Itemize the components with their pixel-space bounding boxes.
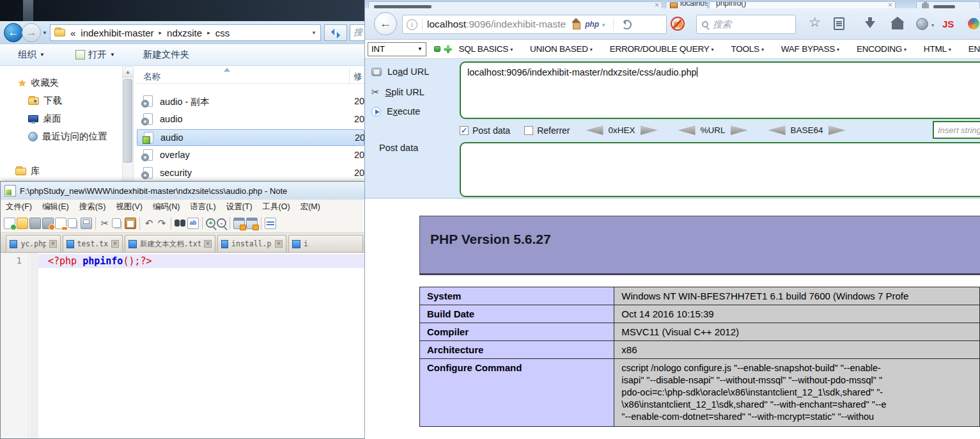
close-icon[interactable]: ×: [204, 240, 212, 248]
scrollbar-thumb[interactable]: [123, 79, 132, 163]
browser-tab-extension[interactable]: [916, 1, 980, 8]
history-dropdown-icon[interactable]: ▼: [42, 30, 47, 36]
save-all-icon[interactable]: [42, 218, 54, 229]
url-text[interactable]: localhost:9096/indexhibit-maste: [427, 19, 566, 30]
sidebar-item-libraries[interactable]: 库: [15, 165, 40, 177]
replace-string-input[interactable]: Insert string to rep: [933, 121, 980, 139]
reload-icon[interactable]: [622, 20, 632, 29]
back-button[interactable]: ←: [4, 23, 23, 42]
save-icon[interactable]: [29, 218, 41, 229]
menu-macro[interactable]: 宏(M): [295, 202, 325, 212]
editor-tab[interactable]: yc.php ×: [6, 235, 61, 252]
close-icon[interactable]: ×: [888, 1, 892, 8]
open-button[interactable]: 打开 ▼: [75, 49, 115, 61]
menu-search[interactable]: 搜索(S): [74, 202, 111, 212]
hackbar-db-select[interactable]: INT ▼: [368, 42, 426, 56]
file-row[interactable]: overlay 20: [137, 147, 364, 164]
file-row[interactable]: audio - 副本 20: [137, 93, 364, 110]
editor-tab[interactable]: i: [288, 235, 363, 252]
menu-view[interactable]: 视图(V): [111, 202, 148, 212]
close-icon[interactable]: ×: [49, 240, 57, 248]
load-url-button[interactable]: Load URL: [371, 67, 429, 77]
close-doc-icon[interactable]: [55, 218, 66, 229]
referrer-checkbox[interactable]: [524, 126, 533, 135]
organize-button[interactable]: 组织 ▼: [18, 49, 45, 61]
column-header-modified[interactable]: 修: [354, 71, 362, 83]
breadcrumb-item[interactable]: css: [215, 28, 230, 38]
new-file-icon[interactable]: [4, 218, 15, 229]
forward-button[interactable]: →: [22, 23, 41, 42]
zoom-out-icon[interactable]: -: [217, 218, 226, 228]
column-header-name[interactable]: 名称: [143, 71, 160, 83]
sidebar-item-desktop[interactable]: 桌面: [28, 113, 61, 125]
file-row[interactable]: security 20: [137, 165, 364, 182]
encode-arrow-icon[interactable]: [641, 125, 660, 135]
close-icon[interactable]: ×: [111, 240, 119, 248]
sync-vertical-icon[interactable]: [233, 218, 245, 229]
menu-edit[interactable]: 编辑(E): [37, 202, 74, 212]
collapse-icon[interactable]: [434, 46, 440, 52]
proxy-extension-icon[interactable]: [968, 18, 979, 29]
sidebar-scrollbar[interactable]: ▲: [122, 67, 134, 187]
decode-arrow-icon[interactable]: [584, 125, 603, 135]
address-dropdown-icon[interactable]: ▼: [311, 30, 316, 36]
menu-sql-basics[interactable]: SQL BASICS▾: [458, 44, 513, 54]
browser-back-button[interactable]: ←: [374, 12, 397, 35]
editor-tab[interactable]: 新建文本文档.txt ×: [125, 235, 215, 252]
menu-encoding[interactable]: ENCODING▾: [857, 44, 906, 54]
hackbar-post-textarea[interactable]: [460, 142, 980, 197]
file-row-selected[interactable]: audio 20: [137, 129, 364, 146]
menu-language[interactable]: 语言(L): [185, 202, 221, 212]
execute-button[interactable]: Execute: [371, 106, 420, 116]
plugin-blocked-icon[interactable]: [671, 17, 686, 32]
url-bar[interactable]: i localhost:9096/indexhibit-maste php ▼: [402, 15, 667, 34]
encode-arrow-icon[interactable]: [731, 125, 750, 135]
add-icon[interactable]: [444, 45, 449, 53]
breadcrumb-item[interactable]: indexhibit-master: [81, 28, 153, 38]
menu-union-based[interactable]: UNION BASED▾: [530, 44, 593, 54]
globe-menu-icon[interactable]: [916, 18, 928, 30]
file-row[interactable]: audio 20: [137, 111, 364, 128]
browser-search-box[interactable]: 搜索: [696, 15, 796, 34]
browser-tab[interactable]: ×: [368, 1, 662, 8]
menu-error-double-query[interactable]: ERROR/DOUBLE QUERY▾: [610, 44, 714, 54]
close-all-icon[interactable]: [68, 218, 77, 228]
bookmarks-menu-icon[interactable]: [834, 17, 844, 30]
chevron-down-icon[interactable]: ▾: [931, 22, 934, 28]
editor-tab[interactable]: install.php ×: [217, 235, 286, 252]
print-icon[interactable]: [81, 218, 92, 229]
close-icon[interactable]: ×: [655, 1, 659, 8]
home-icon[interactable]: [892, 22, 903, 29]
browser-tab-phpmyadmin[interactable]: localhost:9096 / localh: [665, 1, 708, 8]
breadcrumb-item[interactable]: ndxzsite: [167, 28, 202, 38]
find-icon[interactable]: [175, 218, 186, 229]
post-data-checkbox[interactable]: ✓: [460, 126, 469, 135]
new-folder-button[interactable]: 新建文件夹: [143, 49, 190, 61]
browser-tab-phpinfo[interactable]: phpinfo() ×: [709, 1, 896, 8]
copy-icon[interactable]: [112, 218, 121, 228]
address-bar[interactable]: « indexhibit-master ▸ ndxzsite ▸ css ▼: [50, 24, 321, 41]
redo-icon[interactable]: ↷: [156, 218, 167, 229]
sidebar-item-recent-places[interactable]: 最近访问的位置: [28, 131, 107, 143]
decode-arrow-icon[interactable]: [766, 125, 786, 135]
split-url-button[interactable]: ✂ Split URL: [371, 86, 424, 98]
breadcrumb-prefix[interactable]: «: [70, 28, 75, 38]
close-icon[interactable]: ×: [275, 240, 283, 248]
menu-encryption-clipped[interactable]: EN: [968, 44, 980, 54]
code-line[interactable]: <?php phpinfo();?>: [48, 255, 152, 267]
open-folder-icon[interactable]: [17, 218, 28, 229]
js-toggle-icon[interactable]: JS: [942, 19, 954, 29]
sidebar-item-downloads[interactable]: ▼ 下载: [28, 95, 62, 107]
decode-arrow-icon[interactable]: [676, 125, 696, 135]
menu-html[interactable]: HTML▾: [924, 44, 951, 54]
menu-waf-bypass[interactable]: WAF BYPASS▾: [781, 44, 839, 54]
editor-area[interactable]: 1 <?php phpinfo();?>: [1, 253, 365, 438]
menu-file[interactable]: 文件(F): [1, 202, 37, 212]
column-divider[interactable]: [349, 67, 350, 84]
cut-icon[interactable]: ✂: [99, 218, 111, 229]
menu-tools[interactable]: TOOLS▾: [731, 44, 763, 54]
word-wrap-icon[interactable]: [265, 218, 276, 229]
php-badge[interactable]: php: [585, 20, 599, 29]
notepad-titlebar[interactable]: F:\phpStudy_new\WWW\indexhibit-master\nd…: [1, 182, 365, 200]
chevron-down-icon[interactable]: ▼: [601, 22, 606, 28]
